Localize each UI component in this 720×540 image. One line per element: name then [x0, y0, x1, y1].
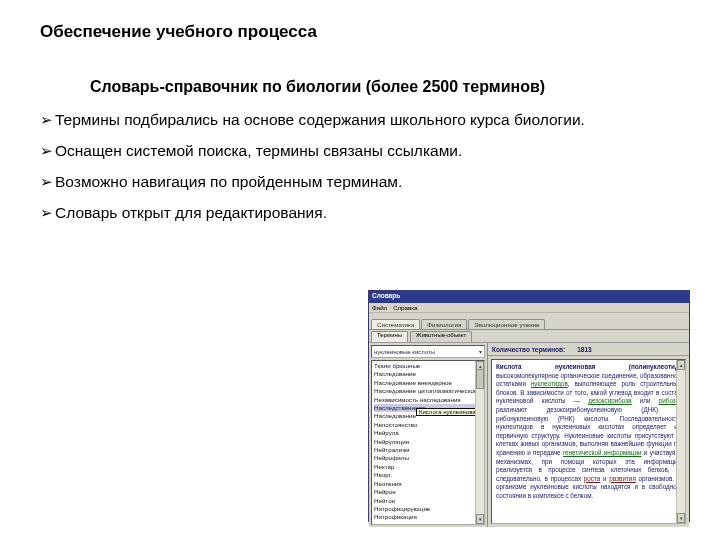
- page-title: Обеспечение учебного процесса: [40, 22, 680, 42]
- bullet-arrow-icon: ➢: [40, 203, 53, 223]
- list-item[interactable]: Нектар: [374, 463, 482, 471]
- list-item[interactable]: Нитрофицирующие: [374, 505, 482, 513]
- scroll-down-icon[interactable]: ▾: [677, 513, 685, 523]
- list-item[interactable]: Непостоянство: [374, 421, 482, 429]
- list-item[interactable]: Нейтон: [374, 497, 482, 505]
- article-link[interactable]: нуклеотидов: [531, 380, 568, 387]
- scrollbar[interactable]: ▴ ▾: [676, 360, 685, 523]
- count-label: Количество терминов:: [492, 346, 565, 353]
- page-subtitle: Словарь-справочник по биологии (более 25…: [90, 78, 680, 96]
- article-text: , различают дезоксирибонуклеиновую (ДНК)…: [496, 397, 681, 456]
- chevron-down-icon[interactable]: ▾: [479, 348, 482, 355]
- tooltip: Кислота нуклеиновая: [416, 408, 482, 416]
- bullet-list: ➢Термины подбирались на основе содержани…: [40, 110, 680, 224]
- menu-item[interactable]: Справка: [393, 304, 417, 311]
- search-value: нуклеиновые кислоты: [374, 349, 435, 355]
- list-item[interactable]: Нейтрализм: [374, 446, 482, 454]
- bullet-text: Возможно навигация по пройденным термина…: [55, 172, 402, 193]
- search-input[interactable]: нуклеиновые кислоты ▾: [371, 345, 485, 358]
- scrollbar[interactable]: ▴ ▾: [475, 361, 484, 524]
- bullet-text: Термины подбирались на основе содержания…: [55, 110, 585, 131]
- bullet-arrow-icon: ➢: [40, 172, 53, 192]
- bullet-item: ➢Оснащен системой поиска, термины связан…: [40, 141, 680, 162]
- app-subtabs: ТерминыЖивотные-объект: [369, 330, 689, 343]
- tab[interactable]: Физиология: [421, 319, 467, 329]
- list-item[interactable]: Наследование цитоплазматическое: [374, 387, 482, 395]
- subtab[interactable]: Животные-объект: [410, 331, 472, 342]
- bullet-item: ➢Термины подбирались на основе содержани…: [40, 110, 680, 131]
- list-item[interactable]: Наследование: [374, 370, 482, 378]
- list-item[interactable]: Неорг.: [374, 471, 482, 479]
- app-menubar: ФайлСправка: [369, 303, 689, 313]
- article-link[interactable]: роста: [584, 475, 600, 482]
- list-item[interactable]: Ниши экологические: [374, 522, 482, 525]
- app-window: Словарь ФайлСправка СистематикаФизиологи…: [368, 290, 690, 522]
- list-item[interactable]: Нейрон: [374, 488, 482, 496]
- count-value: 1813: [577, 346, 591, 353]
- tab[interactable]: Эволюционное учение: [468, 319, 545, 329]
- app-titlebar: Словарь: [369, 291, 689, 303]
- scroll-down-icon[interactable]: ▾: [476, 514, 484, 524]
- scroll-thumb[interactable]: [476, 369, 484, 389]
- menu-item[interactable]: Файл: [372, 304, 387, 311]
- list-item[interactable]: Независимость наследования: [374, 396, 482, 404]
- article-link[interactable]: развития: [609, 475, 636, 482]
- list-item[interactable]: Нейрофилы: [374, 454, 482, 462]
- subtab[interactable]: Термины: [371, 331, 408, 342]
- list-item[interactable]: Ткани брюшные: [374, 362, 482, 370]
- list-item[interactable]: Нейрула: [374, 429, 482, 437]
- bullet-arrow-icon: ➢: [40, 141, 53, 161]
- bullet-text: Словарь открыт для редактирования.: [55, 203, 327, 224]
- scroll-up-icon[interactable]: ▴: [677, 360, 685, 370]
- term-list[interactable]: Ткани брюшныеНаследованиеНаследование вн…: [371, 360, 485, 525]
- tab[interactable]: Систематика: [371, 319, 420, 329]
- list-item[interactable]: Неотения: [374, 480, 482, 488]
- list-item[interactable]: Нейруляция: [374, 438, 482, 446]
- term-count-header: Количество терминов: 1813: [488, 343, 689, 356]
- article-link[interactable]: генетической информации: [563, 449, 642, 456]
- list-item[interactable]: Наследование внеядерное: [374, 379, 482, 387]
- article-headword: Кислота нуклеиновая (полинуклеотид): [496, 363, 681, 370]
- bullet-arrow-icon: ➢: [40, 110, 53, 130]
- bullet-text: Оснащен системой поиска, термины связаны…: [55, 141, 462, 162]
- article-text: и: [600, 475, 609, 482]
- list-item[interactable]: Нитрофикация: [374, 513, 482, 521]
- article-text: или: [632, 397, 659, 404]
- article-link[interactable]: дезоксирибоза: [588, 397, 631, 404]
- app-tabs: СистематикаФизиологияЭволюционное учение: [369, 313, 689, 330]
- bullet-item: ➢Словарь открыт для редактирования.: [40, 203, 680, 224]
- bullet-item: ➢Возможно навигация по пройденным термин…: [40, 172, 680, 193]
- article-pane: Кислота нуклеиновая (полинуклеотид) высо…: [491, 359, 686, 524]
